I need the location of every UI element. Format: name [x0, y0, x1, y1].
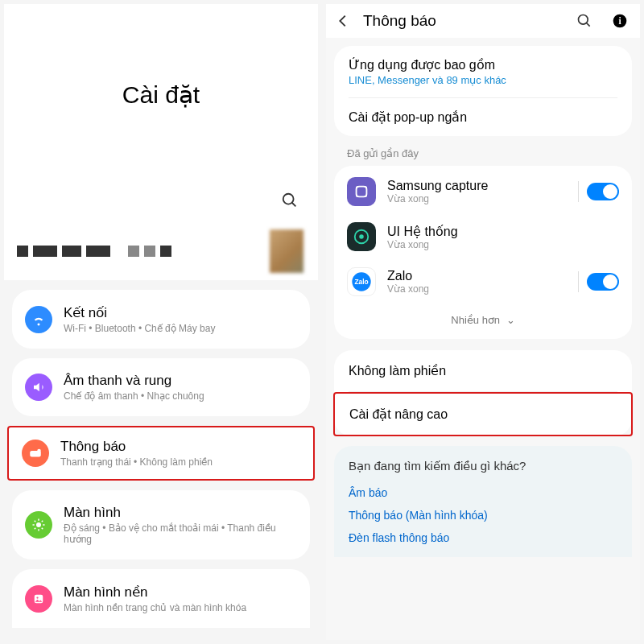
search-row: [4, 185, 318, 222]
svg-rect-19: [357, 187, 367, 197]
header-bar: Thông báo i: [326, 4, 640, 38]
item-title: Thông báo: [60, 439, 300, 455]
svg-point-14: [36, 597, 38, 598]
avatar[interactable]: [270, 229, 303, 273]
svg-line-9: [35, 521, 36, 522]
settings-item-ket-noi[interactable]: Kết nối Wi-Fi • Bluetooth • Chế độ Máy b…: [12, 293, 310, 345]
svg-point-21: [359, 234, 364, 239]
item-sub: Wi-Fi • Bluetooth • Chế độ Máy bay: [64, 323, 297, 334]
zalo-icon: Zalo: [347, 267, 376, 296]
included-apps-row[interactable]: Ứng dụng được bao gồm LINE, Messenger và…: [334, 46, 632, 97]
samsung-capture-icon: [347, 177, 376, 206]
sound-icon: [25, 374, 52, 401]
more-button[interactable]: Nhiều hơn ⌄: [334, 304, 632, 336]
suggest-link[interactable]: Âm báo: [349, 481, 617, 504]
svg-point-3: [37, 449, 41, 453]
wifi-icon: [25, 306, 52, 333]
item-title: Âm thanh và rung: [64, 373, 297, 389]
app-row-zalo[interactable]: Zalo Zalo Vừa xong: [334, 259, 632, 304]
system-ui-icon: [347, 222, 376, 251]
settings-item-am-thanh[interactable]: Âm thanh và rung Chế độ âm thanh • Nhạc …: [12, 361, 310, 413]
settings-screen: Cài đặt Kết nối Wi-Fi • Bluetooth • Chế …: [4, 4, 318, 640]
svg-text:Zalo: Zalo: [354, 278, 368, 286]
suggest-title: Bạn đang tìm kiếm điều gì khác?: [349, 459, 617, 473]
app-name: Samsung capture: [387, 179, 567, 193]
info-icon[interactable]: i: [611, 12, 629, 30]
settings-item-man-hinh[interactable]: Màn hình Độ sáng • Bảo vệ cho mắt thoải …: [12, 493, 310, 556]
suggestions-card: Bạn đang tìm kiếm điều gì khác? Âm báo T…: [334, 446, 632, 557]
page-title: Cài đặt: [4, 4, 318, 185]
svg-point-15: [579, 15, 588, 25]
item-sub: Thanh trạng thái • Không làm phiền: [60, 456, 300, 468]
display-icon: [25, 511, 52, 539]
settings-item-thong-bao[interactable]: Thông báo Thanh trạng thái • Không làm p…: [9, 427, 313, 479]
section-label-recent: Đã gửi gần đây: [326, 136, 640, 166]
toggle-switch[interactable]: [587, 183, 619, 200]
app-time: Vừa xong: [387, 239, 619, 250]
app-row-system-ui[interactable]: UI Hệ thống Vừa xong: [334, 214, 632, 259]
svg-line-11: [35, 528, 36, 530]
item-sub: Chế độ âm thanh • Nhạc chuông: [64, 390, 297, 402]
app-row-samsung-capture[interactable]: Samsung capture Vừa xong: [334, 169, 632, 214]
app-name: UI Hệ thống: [387, 224, 619, 239]
svg-line-16: [587, 23, 590, 27]
item-sub: Màn hình nền trang chủ và màn hình khóa: [64, 602, 297, 613]
advanced-settings-row[interactable]: Cài đặt nâng cao: [333, 392, 633, 436]
item-title: Màn hình nền: [64, 584, 297, 601]
suggest-link[interactable]: Đèn flash thông báo: [349, 526, 617, 549]
row-sub: LINE, Messenger và 89 mục khác: [349, 74, 617, 86]
suggest-link[interactable]: Thông báo (Màn hình khóa): [349, 504, 617, 526]
header-title: Thông báo: [363, 12, 564, 30]
item-sub: Độ sáng • Bảo vệ cho mắt thoải mái • Tha…: [64, 522, 297, 545]
search-icon[interactable]: [576, 12, 593, 30]
row-title: Ứng dụng được bao gồm: [349, 57, 617, 72]
svg-point-4: [36, 522, 41, 527]
app-time: Vừa xong: [387, 283, 567, 295]
wallpaper-icon: [25, 585, 52, 613]
notification-icon: [22, 440, 49, 467]
toggle-switch[interactable]: [587, 273, 619, 291]
back-icon[interactable]: [334, 12, 352, 30]
settings-item-man-hinh-nen[interactable]: Màn hình nền Màn hình nền trang chủ và m…: [12, 572, 310, 625]
notifications-screen: Thông báo i Ứng dụng được bao gồm LINE, …: [326, 4, 640, 640]
svg-line-12: [42, 521, 43, 522]
svg-line-10: [42, 528, 43, 530]
account-row[interactable]: [4, 222, 318, 280]
item-title: Kết nối: [64, 304, 297, 321]
popup-settings-row[interactable]: Cài đặt pop-up ngắn: [334, 98, 632, 136]
row-title: Cài đặt pop-up ngắn: [349, 109, 617, 125]
svg-line-1: [292, 203, 296, 207]
search-icon[interactable]: [281, 192, 299, 213]
svg-point-0: [283, 194, 294, 204]
item-title: Màn hình: [64, 505, 297, 521]
app-name: Zalo: [387, 269, 567, 283]
app-time: Vừa xong: [387, 193, 567, 204]
dnd-row[interactable]: Không làm phiền: [334, 350, 632, 391]
